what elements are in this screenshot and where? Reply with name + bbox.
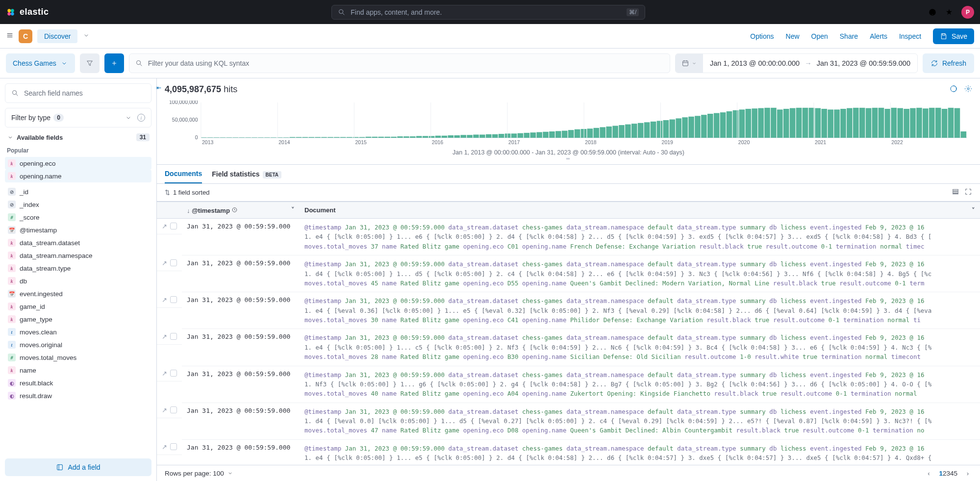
- field-item[interactable]: kdata_stream.type: [5, 262, 151, 275]
- density-toggle[interactable]: [952, 188, 959, 197]
- field-type-icon: k: [8, 277, 16, 285]
- date-picker[interactable]: Jan 1, 2013 @ 00:00:00.000 → Jan 31, 202…: [675, 53, 918, 73]
- timestamp-column-header[interactable]: ↓ @timestamp ˅: [182, 202, 300, 219]
- field-search-input[interactable]: Search field names: [5, 83, 151, 103]
- page-number[interactable]: 3: [946, 470, 950, 477]
- tab-documents[interactable]: Documents: [165, 165, 202, 183]
- row-checkbox[interactable]: [170, 443, 177, 450]
- info-icon[interactable]: i: [137, 114, 145, 122]
- document-column-header[interactable]: Document˅: [300, 202, 980, 219]
- sidebar-collapse-handle[interactable]: ⇤: [156, 84, 161, 91]
- expand-row-icon[interactable]: ↗: [162, 406, 167, 414]
- field-item[interactable]: kgame_id: [5, 300, 151, 313]
- document-cell[interactable]: @timestamp Jan 31, 2023 @ 00:59:59.000 d…: [300, 366, 980, 403]
- row-checkbox[interactable]: [170, 333, 177, 340]
- refresh-button[interactable]: Refresh: [923, 53, 974, 73]
- svg-rect-112: [720, 112, 726, 138]
- document-cell[interactable]: @timestamp Jan 31, 2023 @ 00:59:59.000 d…: [300, 403, 980, 439]
- data-view-selector[interactable]: Chess Games: [6, 53, 75, 73]
- chart-edit-icon[interactable]: [950, 85, 957, 94]
- pagination: ‹ 12345 ›: [924, 470, 972, 477]
- svg-rect-75: [486, 134, 492, 138]
- breadcrumb-chevron[interactable]: [82, 31, 90, 41]
- row-checkbox[interactable]: [170, 296, 177, 303]
- chart-settings-icon[interactable]: [964, 85, 972, 94]
- table-row: ↗ Jan 31, 2023 @ 00:59:59.000 @timestamp…: [157, 255, 980, 292]
- add-field-button[interactable]: Add a field: [5, 458, 151, 476]
- rows-per-page-select[interactable]: Rows per page: 100: [165, 469, 233, 477]
- open-link[interactable]: Open: [811, 32, 828, 40]
- expand-row-icon[interactable]: ↗: [162, 223, 167, 230]
- field-type-icon: k: [8, 315, 16, 323]
- app-name-pill[interactable]: Discover: [37, 29, 77, 43]
- field-item[interactable]: ◐result.black: [5, 377, 151, 389]
- row-checkbox[interactable]: [170, 370, 177, 377]
- save-button[interactable]: Save: [933, 28, 974, 44]
- prev-page[interactable]: ‹: [924, 470, 933, 477]
- kql-query-input[interactable]: Filter your data using KQL syntax: [129, 53, 670, 73]
- date-quick-select[interactable]: [676, 54, 703, 73]
- options-link[interactable]: Options: [750, 32, 774, 40]
- expand-row-icon[interactable]: ↗: [162, 296, 167, 304]
- histogram-chart[interactable]: 050,000,000100,000,000201320142015201620…: [157, 101, 980, 164]
- svg-text:2022: 2022: [891, 140, 903, 145]
- field-item[interactable]: tmoves.original: [5, 338, 151, 351]
- space-selector[interactable]: C: [19, 29, 32, 43]
- resize-handle[interactable]: ═: [165, 156, 972, 162]
- row-checkbox[interactable]: [170, 223, 177, 229]
- alerts-link[interactable]: Alerts: [870, 32, 887, 40]
- filter-by-type-select[interactable]: Filter by type0 i: [5, 108, 151, 127]
- document-cell[interactable]: @timestamp Jan 31, 2023 @ 00:59:59.000 d…: [300, 292, 980, 329]
- field-item[interactable]: kdata_stream.namespace: [5, 249, 151, 262]
- document-cell[interactable]: @timestamp Jan 31, 2023 @ 00:59:59.000 d…: [300, 439, 980, 465]
- field-item[interactable]: kopening.eco: [5, 157, 151, 170]
- global-header: elastic Find apps, content, and more. ⌘/…: [0, 0, 980, 24]
- field-item[interactable]: kopening.name: [5, 170, 151, 182]
- expand-row-icon[interactable]: ↗: [162, 370, 167, 377]
- document-cell[interactable]: @timestamp Jan 31, 2023 @ 00:59:59.000 d…: [300, 329, 980, 366]
- row-checkbox[interactable]: [170, 406, 177, 413]
- field-item[interactable]: tmoves.clean: [5, 326, 151, 338]
- newsfeed-icon[interactable]: [945, 8, 954, 17]
- fullscreen-toggle[interactable]: [964, 188, 972, 197]
- nav-toggle-button[interactable]: [6, 31, 14, 41]
- new-link[interactable]: New: [786, 32, 800, 40]
- inspect-link[interactable]: Inspect: [899, 32, 921, 40]
- svg-rect-118: [758, 108, 764, 138]
- available-fields-header[interactable]: Available fields 31: [5, 127, 151, 144]
- field-item[interactable]: kgame_type: [5, 313, 151, 326]
- expand-row-icon[interactable]: ↗: [162, 333, 167, 340]
- date-to[interactable]: Jan 31, 2023 @ 00:59:59.000: [817, 59, 910, 67]
- field-item[interactable]: kdata_stream.dataset: [5, 236, 151, 249]
- field-item[interactable]: #_score: [5, 211, 151, 224]
- svg-rect-116: [745, 109, 751, 138]
- next-page[interactable]: ›: [963, 470, 972, 477]
- global-search-input[interactable]: Find apps, content, and more. ⌘/: [331, 5, 645, 20]
- page-number[interactable]: 5: [954, 470, 957, 477]
- field-item[interactable]: kdb: [5, 275, 151, 287]
- expand-row-icon[interactable]: ↗: [162, 259, 167, 267]
- sort-indicator[interactable]: ⇅1 field sorted: [165, 189, 209, 196]
- add-filter-button[interactable]: [104, 53, 124, 73]
- field-item[interactable]: kname: [5, 364, 151, 377]
- share-link[interactable]: Share: [840, 32, 858, 40]
- document-cell[interactable]: @timestamp Jan 31, 2023 @ 00:59:59.000 d…: [300, 219, 980, 255]
- svg-rect-171: [953, 189, 958, 191]
- field-item[interactable]: 📅event.ingested: [5, 287, 151, 300]
- filter-button[interactable]: [80, 53, 100, 73]
- svg-rect-133: [853, 108, 859, 138]
- page-number[interactable]: 1: [939, 470, 943, 477]
- help-icon[interactable]: [928, 8, 937, 17]
- elastic-logo[interactable]: elastic: [6, 7, 49, 17]
- document-cell[interactable]: @timestamp Jan 31, 2023 @ 00:59:59.000 d…: [300, 255, 980, 292]
- field-item[interactable]: ⊘_index: [5, 198, 151, 211]
- row-checkbox[interactable]: [170, 259, 177, 266]
- expand-row-icon[interactable]: ↗: [162, 443, 167, 451]
- field-item[interactable]: ◐result.draw: [5, 389, 151, 402]
- tab-field-statistics[interactable]: Field statisticsBETA: [212, 165, 281, 183]
- field-item[interactable]: #moves.total_moves: [5, 351, 151, 364]
- field-item[interactable]: ⊘_id: [5, 185, 151, 198]
- date-from[interactable]: Jan 1, 2013 @ 00:00:00.000: [710, 59, 800, 67]
- user-avatar[interactable]: P: [961, 6, 974, 19]
- field-item[interactable]: 📅@timestamp: [5, 224, 151, 236]
